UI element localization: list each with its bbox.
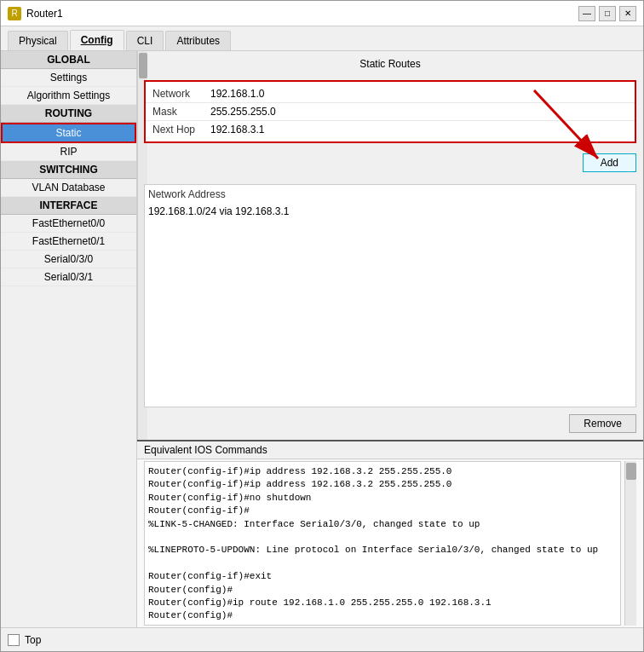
status-bar: Top: [1, 627, 643, 651]
static-routes-title: Static Routes: [144, 58, 636, 70]
arrow-indicator: [466, 82, 636, 176]
content-wrapper: Static Routes Network Mask Next Hop: [137, 51, 643, 627]
tab-attributes[interactable]: Attributes: [165, 31, 231, 50]
mask-label: Mask: [152, 106, 204, 118]
ios-scrollbar[interactable]: [624, 461, 636, 626]
sidebar-item-serial030[interactable]: Serial0/3/0: [1, 251, 136, 268]
close-button[interactable]: ✕: [619, 6, 636, 21]
sidebar-item-fastethernet00[interactable]: FastEthernet0/0: [1, 215, 136, 233]
title-bar-left: R Router1: [8, 7, 63, 20]
window-title: Router1: [26, 8, 63, 20]
sidebar-item-serial031[interactable]: Serial0/3/1: [1, 268, 136, 286]
maximize-button[interactable]: □: [599, 6, 616, 21]
sidebar-item-settings[interactable]: Settings: [1, 69, 136, 87]
tab-physical[interactable]: Physical: [8, 31, 68, 50]
sidebar-item-algorithm-settings[interactable]: Algorithm Settings: [1, 87, 136, 105]
sidebar-section-switching: SWITCHING: [1, 161, 136, 179]
sidebar-section-global: GLOBAL: [1, 51, 136, 69]
title-controls: — □ ✕: [578, 6, 636, 21]
btn-row: Add: [144, 150, 636, 177]
title-bar: R Router1 — □ ✕: [1, 1, 643, 26]
network-label: Network: [152, 88, 204, 100]
remove-row: Remove: [144, 414, 636, 433]
network-address-item-0: 192.168.1.0/24 via 192.168.3.1: [148, 204, 632, 219]
sidebar-wrapper: GLOBAL Settings Algorithm Settings ROUTI…: [1, 51, 137, 627]
tab-cli[interactable]: CLI: [126, 31, 164, 50]
main-window: R Router1 — □ ✕ Physical Config CLI Attr…: [0, 0, 644, 652]
ios-commands-title: Equivalent IOS Commands: [137, 441, 643, 459]
svg-line-1: [534, 90, 598, 159]
sidebar-section-routing: ROUTING: [1, 105, 136, 123]
sidebar-item-static[interactable]: Static: [1, 123, 136, 143]
sidebar-item-rip[interactable]: RIP: [1, 143, 136, 161]
sidebar-item-fastethernet01[interactable]: FastEthernet0/1: [1, 233, 136, 251]
app-icon: R: [8, 7, 21, 20]
top-checkbox[interactable]: [8, 634, 20, 646]
minimize-button[interactable]: —: [578, 6, 595, 21]
nexthop-label: Next Hop: [152, 124, 204, 136]
tab-config[interactable]: Config: [70, 30, 124, 50]
remove-button[interactable]: Remove: [569, 414, 636, 433]
ios-commands-body: Router(config-if)#ip address 192.168.3.2…: [137, 459, 643, 627]
top-label: Top: [25, 634, 41, 646]
ios-console[interactable]: Router(config-if)#ip address 192.168.3.2…: [144, 461, 621, 626]
main-content: GLOBAL Settings Algorithm Settings ROUTI…: [1, 51, 643, 627]
network-address-title: Network Address: [148, 188, 632, 200]
network-address-box: Network Address 192.168.1.0/24 via 192.1…: [144, 184, 636, 407]
sidebar-item-vlan-database[interactable]: VLAN Database: [1, 179, 136, 197]
sidebar-section-interface: INTERFACE: [1, 197, 136, 215]
content-area: Static Routes Network Mask Next Hop: [137, 51, 643, 440]
sidebar: GLOBAL Settings Algorithm Settings ROUTI…: [1, 51, 137, 627]
tab-bar: Physical Config CLI Attributes: [1, 26, 643, 51]
bottom-section: Equivalent IOS Commands Router(config-if…: [137, 440, 643, 627]
